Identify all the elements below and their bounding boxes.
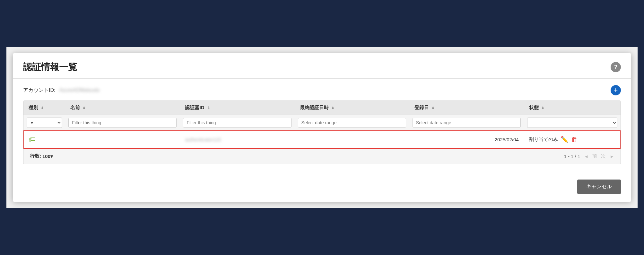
- modal-header: 認証情報一覧 ?: [13, 53, 631, 79]
- filter-name-input[interactable]: [68, 118, 177, 128]
- rows-per-page-label: 行数:: [30, 153, 41, 159]
- filter-registration-date-input[interactable]: [413, 118, 521, 128]
- filter-last-auth-input[interactable]: [298, 118, 406, 128]
- filter-type-cell: ▾: [23, 115, 65, 131]
- help-icon[interactable]: ?: [611, 62, 621, 72]
- filter-authenticator-id-cell: [180, 115, 294, 131]
- sort-icon-last-auth[interactable]: ⇕: [331, 106, 334, 110]
- rows-per-page: 行数: 100▾: [30, 153, 53, 159]
- row-authenticator-id-value: authenticator123: [185, 137, 221, 142]
- cancel-button[interactable]: キャンセル: [577, 180, 621, 194]
- modal-body: アカウントID: AzureADMatsudo + 種別 ⇕: [13, 79, 631, 174]
- column-name: 名前 ⇕: [65, 101, 180, 115]
- row-name-value: [70, 137, 83, 142]
- table-filter-row: ▾: [23, 115, 621, 131]
- filter-registration-date-cell: [409, 115, 524, 131]
- filter-status-select[interactable]: -: [527, 118, 617, 128]
- filter-type-select[interactable]: ▾: [27, 118, 62, 128]
- rows-per-page-selector[interactable]: 100▾: [42, 154, 53, 159]
- pagination-next-button[interactable]: 次: [601, 153, 606, 159]
- table-footer: 行数: 100▾ 1 - 1 / 1 ◄ 前 次 ►: [23, 148, 621, 164]
- account-id-value: AzureADMatsudo: [59, 87, 100, 93]
- row-status-cell: 割り当てのみ ✏️ 🗑: [524, 131, 621, 148]
- table-container: 種別 ⇕ 名前 ⇕ 認証器ID ⇕: [23, 101, 621, 164]
- account-id-container: アカウントID: AzureADMatsudo: [23, 87, 100, 94]
- row-last-auth-cell: -: [295, 131, 409, 148]
- row-authenticator-id-cell: authenticator123: [180, 131, 294, 148]
- row-actions: 割り当てのみ ✏️ 🗑: [529, 136, 615, 143]
- sort-icon-status[interactable]: ⇕: [541, 106, 544, 110]
- filter-authenticator-id-input[interactable]: [183, 118, 291, 128]
- modal-overlay: 認証情報一覧 ? アカウントID: AzureADMatsudo +: [6, 47, 638, 208]
- row-last-auth-value: -: [403, 137, 404, 142]
- tag-icon: 🏷: [29, 135, 36, 143]
- account-id-label: アカウントID:: [23, 87, 55, 93]
- delete-icon[interactable]: 🗑: [571, 136, 578, 143]
- column-last-auth-datetime: 最終認証日時 ⇕: [295, 101, 409, 115]
- sort-icon-name[interactable]: ⇕: [83, 106, 85, 110]
- filter-name-cell: [65, 115, 180, 131]
- modal-actions: キャンセル: [13, 174, 631, 202]
- row-type-cell: 🏷: [23, 131, 65, 148]
- pagination-prev-chevron[interactable]: ◄: [584, 154, 588, 159]
- column-authenticator-id: 認証器ID ⇕: [180, 101, 294, 115]
- column-type: 種別 ⇕: [23, 101, 65, 115]
- row-name-cell: [65, 131, 180, 148]
- sort-icon-type[interactable]: ⇕: [41, 106, 44, 110]
- row-registration-date-value: 2025/02/04: [495, 137, 519, 142]
- modal-dialog: 認証情報一覧 ? アカウントID: AzureADMatsudo +: [13, 53, 631, 202]
- credentials-table: 種別 ⇕ 名前 ⇕ 認証器ID ⇕: [23, 101, 621, 148]
- pagination-next-chevron[interactable]: ►: [610, 154, 614, 159]
- filter-last-auth-cell: [295, 115, 409, 131]
- table-row[interactable]: 🏷 authenticator123 -: [23, 131, 621, 148]
- pagination: 1 - 1 / 1 ◄ 前 次 ►: [564, 153, 614, 159]
- sort-icon-registration[interactable]: ⇕: [431, 106, 434, 110]
- add-button[interactable]: +: [611, 85, 621, 95]
- account-row: アカウントID: AzureADMatsudo +: [23, 85, 621, 95]
- filter-status-cell: -: [524, 115, 621, 131]
- sort-icon-authenticator-id[interactable]: ⇕: [207, 106, 210, 110]
- pagination-info: 1 - 1 / 1: [564, 154, 580, 159]
- table-body: 🏷 authenticator123 -: [23, 131, 621, 148]
- edit-icon[interactable]: ✏️: [561, 136, 569, 143]
- row-registration-date-cell: 2025/02/04: [409, 131, 524, 148]
- column-status: 状態 ⇕: [524, 101, 621, 115]
- pagination-prev-button[interactable]: 前: [592, 153, 597, 159]
- table-header-row: 種別 ⇕ 名前 ⇕ 認証器ID ⇕: [23, 101, 621, 115]
- row-status-value: 割り当てのみ: [529, 136, 558, 143]
- column-registration-date: 登録日 ⇕: [409, 101, 524, 115]
- modal-title: 認証情報一覧: [23, 61, 77, 73]
